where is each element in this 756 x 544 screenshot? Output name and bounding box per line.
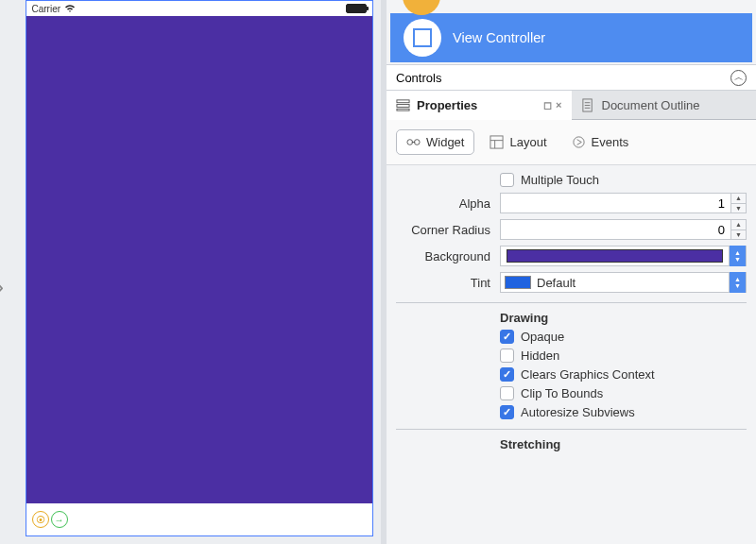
controls-label: Controls bbox=[396, 71, 441, 85]
dropdown-arrows-icon: ▲▼ bbox=[729, 246, 746, 266]
main-view[interactable] bbox=[26, 16, 372, 503]
battery-icon bbox=[346, 4, 367, 13]
properties-tab-icon bbox=[396, 98, 410, 112]
tint-value-text: Default bbox=[537, 276, 729, 290]
hidden-checkbox[interactable] bbox=[500, 348, 514, 363]
expand-right-icon[interactable]: › bbox=[0, 274, 4, 300]
stretching-section-header: Stretching bbox=[500, 437, 747, 451]
layout-icon bbox=[490, 135, 504, 149]
clip-bounds-checkbox[interactable] bbox=[500, 386, 514, 400]
multiple-touch-checkbox[interactable] bbox=[500, 173, 514, 187]
controls-section-header[interactable]: Controls ︿ bbox=[387, 64, 756, 91]
svg-rect-1 bbox=[397, 104, 409, 107]
property-subtabs: Widget Layout Events bbox=[387, 120, 756, 165]
multiple-touch-label: Multiple Touch bbox=[521, 173, 599, 187]
svg-point-13 bbox=[573, 137, 583, 147]
section-divider bbox=[396, 429, 747, 430]
tab-properties[interactable]: Properties ◻× bbox=[387, 91, 572, 119]
close-tab-icon[interactable]: × bbox=[556, 99, 561, 111]
wifi-icon bbox=[64, 4, 76, 13]
alpha-input[interactable] bbox=[500, 193, 731, 213]
view-controller-icon bbox=[404, 19, 441, 57]
scene-dock: ⦿ → bbox=[26, 503, 372, 536]
clears-graphics-label: Clears Graphics Context bbox=[521, 367, 655, 382]
outline-prev-item bbox=[387, 0, 756, 13]
tint-swatch bbox=[505, 276, 531, 289]
opaque-label: Opaque bbox=[521, 330, 564, 344]
pin-icon[interactable]: ◻ bbox=[543, 99, 552, 111]
corner-radius-stepper[interactable]: ▲▼ bbox=[731, 219, 747, 240]
alpha-label: Alpha bbox=[396, 196, 500, 211]
exit-icon[interactable]: → bbox=[51, 511, 68, 528]
properties-body: Multiple Touch Alpha ▲▼ Corner Radius ▲▼… bbox=[387, 165, 756, 466]
subtab-layout-label: Layout bbox=[509, 135, 546, 149]
svg-rect-10 bbox=[490, 136, 503, 148]
svg-rect-2 bbox=[397, 109, 409, 110]
outline-selected-label: View Controller bbox=[453, 30, 545, 45]
svg-rect-0 bbox=[397, 99, 409, 102]
drawing-section-header: Drawing bbox=[500, 311, 747, 325]
background-color-picker[interactable]: ▲▼ bbox=[500, 246, 747, 266]
device-preview[interactable]: Carrier ⦿ → bbox=[26, 0, 373, 536]
subtab-layout[interactable]: Layout bbox=[480, 129, 556, 155]
panel-tabs: Properties ◻× Document Outline bbox=[387, 91, 756, 120]
hidden-label: Hidden bbox=[521, 348, 559, 363]
clip-bounds-label: Clip To Bounds bbox=[521, 386, 603, 400]
clears-graphics-checkbox[interactable] bbox=[500, 367, 514, 382]
dropdown-arrows-icon: ▲▼ bbox=[729, 272, 746, 293]
corner-radius-input[interactable] bbox=[500, 219, 731, 240]
tab-properties-label: Properties bbox=[417, 98, 477, 112]
corner-radius-label: Corner Radius bbox=[396, 223, 500, 237]
design-canvas: › Carrier ⦿ → bbox=[0, 0, 381, 544]
widget-icon bbox=[406, 135, 421, 149]
subtab-events-label: Events bbox=[592, 135, 629, 149]
background-label: Background bbox=[396, 249, 500, 264]
subtab-widget[interactable]: Widget bbox=[396, 129, 474, 155]
outline-selected-item[interactable]: View Controller bbox=[390, 13, 752, 62]
tab-document-outline[interactable]: Document Outline bbox=[572, 91, 757, 119]
section-divider bbox=[396, 302, 747, 303]
tab-document-outline-label: Document Outline bbox=[602, 98, 700, 112]
events-icon bbox=[572, 135, 586, 149]
document-outline-tab-icon bbox=[581, 98, 595, 112]
opaque-checkbox[interactable] bbox=[500, 330, 514, 344]
background-swatch bbox=[507, 249, 723, 263]
subtab-events[interactable]: Events bbox=[562, 129, 639, 155]
tint-color-picker[interactable]: Default ▲▼ bbox=[500, 272, 747, 293]
inspector-pane: View Controller Controls ︿ Properties ◻×… bbox=[387, 0, 756, 544]
first-responder-icon[interactable]: ⦿ bbox=[32, 511, 49, 528]
tint-label: Tint bbox=[396, 276, 500, 290]
autoresize-checkbox[interactable] bbox=[500, 405, 514, 419]
autoresize-label: Autoresize Subviews bbox=[521, 405, 635, 419]
collapse-icon[interactable]: ︿ bbox=[730, 70, 747, 86]
subtab-widget-label: Widget bbox=[426, 135, 464, 149]
alpha-stepper[interactable]: ▲▼ bbox=[731, 193, 747, 213]
carrier-label: Carrier bbox=[32, 4, 61, 14]
status-bar: Carrier bbox=[26, 1, 372, 16]
